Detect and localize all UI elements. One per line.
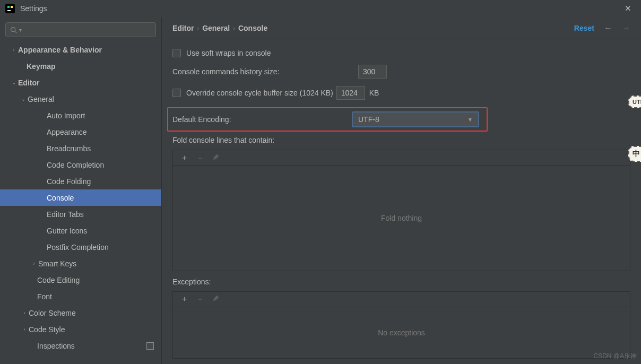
settings-tree: ›Appearance & BehaviorKeymap⌄Editor⌄Gene… <box>0 41 161 364</box>
tree-item-smart-keys[interactable]: ›Smart Keys <box>0 255 161 272</box>
window-title: Settings <box>20 4 47 13</box>
chevron-down-icon: ▼ <box>467 117 473 123</box>
add-button[interactable]: ＋ <box>180 153 188 163</box>
reset-button[interactable]: Reset <box>574 24 594 32</box>
breadcrumb-general[interactable]: General <box>202 24 230 32</box>
chevron-right-icon[interactable]: › <box>20 326 29 332</box>
exceptions-toolbar: ＋ − <box>172 291 630 307</box>
tree-item-label: Color Scheme <box>29 309 76 317</box>
edit-button <box>212 153 220 162</box>
search-icon <box>10 27 17 33</box>
encoding-combo[interactable]: UTF-8 ▼ <box>352 111 479 127</box>
tree-item-label: Font <box>37 292 52 301</box>
svg-line-5 <box>15 31 16 32</box>
chevron-right-icon[interactable]: › <box>10 47 18 53</box>
tree-item-gutter-icons[interactable]: Gutter Icons <box>0 222 161 239</box>
floater-badge-top: UTH <box>628 96 641 108</box>
history-size-field[interactable] <box>358 65 387 79</box>
content-pane: Editor › General › Console Reset ← → Use… <box>162 17 641 364</box>
tree-item-label: Smart Keys <box>38 259 76 268</box>
encoding-highlight: Default Encoding: UTF-8 ▼ <box>167 107 488 132</box>
tree-item-color-scheme[interactable]: ›Color Scheme <box>0 305 161 321</box>
fold-list[interactable]: Fold nothing <box>172 165 630 271</box>
tree-item-keymap[interactable]: Keymap <box>0 58 161 74</box>
project-overlay-icon <box>146 342 154 350</box>
tree-item-font[interactable]: Font <box>0 288 161 305</box>
soft-wraps-label: Use soft wraps in console <box>186 49 271 57</box>
exceptions-label: Exceptions: <box>172 278 630 286</box>
tree-item-label: Code Style <box>29 325 65 334</box>
chevron-right-icon: › <box>197 25 199 31</box>
dropdown-icon: ▾ <box>19 27 22 33</box>
svg-rect-1 <box>7 6 10 8</box>
override-buffer-checkbox[interactable] <box>172 89 181 97</box>
chevron-down-icon[interactable]: ⌄ <box>19 96 28 102</box>
tree-item-appearance-behavior[interactable]: ›Appearance & Behavior <box>0 41 161 58</box>
exceptions-placeholder: No exceptions <box>378 328 425 337</box>
soft-wraps-checkbox[interactable] <box>172 49 181 57</box>
tree-item-label: Console <box>47 194 74 202</box>
tree-item-code-style[interactable]: ›Code Style <box>0 321 161 337</box>
history-size-label: Console commands history size: <box>172 67 358 76</box>
tree-item-label: Code Folding <box>47 177 91 186</box>
tree-item-label: Appearance & Behavior <box>18 46 102 54</box>
tree-item-code-folding[interactable]: Code Folding <box>0 173 161 189</box>
tree-item-label: General <box>28 95 54 103</box>
override-buffer-label: Override console cycle buffer size (1024… <box>186 89 333 97</box>
tree-item-label: Breadcrumbs <box>47 144 91 153</box>
chevron-right-icon: › <box>233 25 235 31</box>
tree-item-console[interactable]: Console <box>0 189 161 206</box>
edit-button <box>212 294 220 304</box>
tree-item-label: Code Editing <box>37 276 80 284</box>
exceptions-list[interactable]: No exceptions <box>172 307 630 359</box>
encoding-value: UTF-8 <box>358 115 379 124</box>
floater-badge-bottom: 中 <box>628 146 641 162</box>
chevron-down-icon[interactable]: ⌄ <box>10 80 18 85</box>
tree-item-code-editing[interactable]: Code Editing <box>0 272 161 288</box>
fold-section-label: Fold console lines that contain: <box>172 136 630 144</box>
tree-item-postfix-completion[interactable]: Postfix Completion <box>0 239 161 255</box>
search-input[interactable]: ▾ <box>5 22 156 37</box>
buffer-size-field[interactable] <box>336 86 365 100</box>
svg-rect-3 <box>7 10 11 11</box>
remove-button: − <box>198 153 203 162</box>
tree-item-label: Keymap <box>27 62 55 71</box>
breadcrumb: Editor › General › Console <box>172 24 267 32</box>
tree-item-inspections[interactable]: Inspections <box>0 337 161 354</box>
tree-item-editor-tabs[interactable]: Editor Tabs <box>0 206 161 222</box>
remove-button: − <box>198 294 203 304</box>
tree-item-breadcrumbs[interactable]: Breadcrumbs <box>0 140 161 157</box>
svg-rect-2 <box>11 6 13 8</box>
breadcrumb-console: Console <box>238 24 267 32</box>
watermark: CSDN @A乐神 <box>593 352 637 361</box>
tree-item-label: Appearance <box>47 128 87 136</box>
tree-item-label: Auto Import <box>47 111 85 120</box>
fold-toolbar: ＋ − <box>172 150 630 165</box>
fold-placeholder: Fold nothing <box>381 214 422 222</box>
tree-item-label: Gutter Icons <box>47 227 87 235</box>
tree-item-appearance[interactable]: Appearance <box>0 124 161 140</box>
tree-item-editor[interactable]: ⌄Editor <box>0 74 161 91</box>
tree-item-label: Code Completion <box>47 161 104 169</box>
chevron-right-icon[interactable]: › <box>20 310 29 316</box>
tree-item-code-completion[interactable]: Code Completion <box>0 157 161 173</box>
tree-item-label: Inspections <box>37 342 75 350</box>
encoding-label: Default Encoding: <box>172 115 352 124</box>
add-button[interactable]: ＋ <box>180 294 188 304</box>
breadcrumb-editor[interactable]: Editor <box>172 24 194 32</box>
back-button[interactable]: ← <box>604 23 612 33</box>
app-icon <box>5 4 15 13</box>
titlebar: Settings ✕ <box>0 0 641 17</box>
buffer-unit: KB <box>369 89 379 97</box>
tree-item-general[interactable]: ⌄General <box>0 91 161 107</box>
tree-item-label: Postfix Completion <box>47 243 109 252</box>
tree-item-auto-import[interactable]: Auto Import <box>0 107 161 124</box>
tree-item-label: Editor Tabs <box>47 210 84 219</box>
forward-button: → <box>622 23 630 33</box>
sidebar: ▾ ›Appearance & BehaviorKeymap⌄Editor⌄Ge… <box>0 17 162 364</box>
svg-point-4 <box>11 27 15 31</box>
tree-item-label: Editor <box>18 79 39 87</box>
close-icon[interactable]: ✕ <box>620 2 636 15</box>
chevron-right-icon[interactable]: › <box>30 261 38 266</box>
